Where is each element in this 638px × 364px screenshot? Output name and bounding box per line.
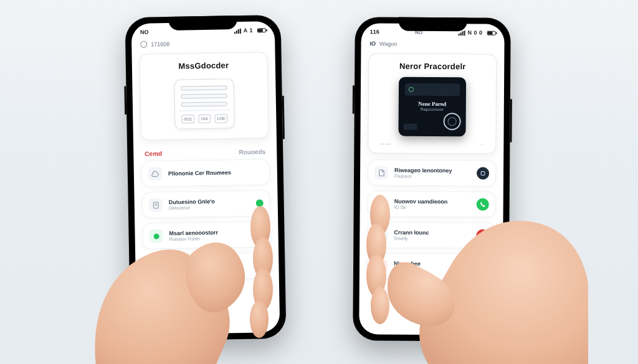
list-item[interactable]: Nuowov uamdieoon IO 58 [368,190,496,217]
stop-button[interactable] [251,228,264,240]
hero-title: MssGdocder [149,60,259,71]
phone-left: NO A 1 171608 MssGdocder 0531 ODI 103 [125,15,286,341]
hero-device-icon: Nene Parod Rapcorsoor [398,77,466,137]
list-item[interactable]: Msarl aenooostorr Rueainv Pontn [142,221,271,250]
status-time: 116 [370,29,379,35]
list-item-text: Nimochee Lamoen [394,260,470,273]
list-item-title: Nuowov uamdieoon [394,198,470,205]
note-icon [149,198,163,212]
screen-right: 116 NO N 0 0 IO Wagoo Neror Pracordelr N… [359,23,504,335]
svg-rect-4 [381,202,382,207]
list-item-text: Dutuesino Gnle'o Delooenol [169,197,250,210]
screen-left: NO A 1 171608 MssGdocder 0531 ODI 103 [131,21,280,335]
form-line [181,85,227,90]
record-button[interactable]: ● [476,230,488,242]
phone-right: 116 NO N 0 0 IO Wagoo Neror Pracordelr N… [353,17,511,342]
hero-card: Neror Pracordelr Nene Parod Rapcorsoor —… [368,53,497,154]
list-item-text: Riweageo Ienontoney Padceol [394,167,470,179]
notch [399,17,467,32]
hero-card: MssGdocder 0531 ODI 103E [140,52,269,141]
status-indicators: A 1 [234,27,266,34]
list-item[interactable]: Pllononie Cer Rnumees [141,159,270,187]
svg-rect-5 [383,201,384,207]
battery-icon [487,31,496,35]
device-top-strip [405,83,460,96]
list-item-sub: Srselly [394,235,470,241]
list-item[interactable]: Crecedorer Grcuebin [143,252,272,281]
hero-foot-left: — — [379,141,391,146]
form-line [181,101,227,106]
doc-icon [374,166,388,179]
form-knob: ODI [198,114,211,123]
list-item-sub: IO 58 [394,204,470,210]
subheader-dot-icon [140,41,147,48]
subheader: 171608 [131,39,275,50]
dot-green-icon [149,229,163,243]
recording-list: Riweageo Ienontoney Padceol Nuowov uamdi… [359,159,503,280]
subheader: IO Wagoo [361,40,504,50]
status-time: NO [140,29,149,35]
device-dial-icon [444,113,461,130]
list-item-title: Riweageo Ienontoney [394,167,470,174]
list-item-sub: Grcuebin [169,266,250,273]
bars-icon [374,197,388,210]
device-label: Nene Parod [405,101,460,108]
hero-title: Neror Pracordelr [378,61,487,71]
subheader-num: IO [369,40,376,47]
accept-button[interactable]: ✓ [476,260,488,273]
dot-red-icon [150,260,163,274]
list-item-sub: Lamoen [394,266,470,273]
list-item-text: Nuowov uamdieoon IO 58 [394,198,470,210]
status-dot-green [256,199,264,207]
list-item-text: Crecedorer Grcuebin [169,259,250,273]
svg-rect-1 [255,231,260,236]
status-right-text: A 1 [244,27,253,34]
list-item-title: Nimochee [394,260,470,267]
hero-form-icon: 0531 ODI 103E [174,78,234,129]
status-right-text: N 0 0 [468,29,483,35]
form-line [181,93,227,98]
hero-footer: — — · · [377,141,487,147]
list-item-text: Msarl aenooostorr Rueainv Pontn [169,228,245,241]
subheader-text: Wagoo [379,40,397,47]
form-knob: 0531 [181,114,194,123]
action-button[interactable] [477,167,489,180]
subheader-text: 171608 [151,40,169,47]
list-item-sub: Padceol [394,173,470,179]
cloud-icon [148,167,162,180]
list-item[interactable]: Dutuesino Gnle'o Delooenol [141,190,270,218]
svg-rect-2 [481,172,485,175]
list-item-sub: Rueainv Pontn [169,235,245,241]
tab-records[interactable]: Rouoeds [239,148,265,156]
list-item-title: Pllononie Cer Rnumees [168,169,263,177]
tab-record[interactable]: Cemd [145,150,162,157]
list-item-text: Pllononie Cer Rnumees [168,169,263,177]
hero-foot-right: · · [480,142,485,147]
status-dot-red [257,261,264,269]
notch [168,16,237,30]
svg-rect-3 [378,203,379,206]
list-item-title: Crrann lounc [394,229,470,236]
list-item[interactable]: Crrann lounc Srselly ● [367,222,495,248]
dot-red-icon [374,259,388,273]
recording-list: Pllononie Cer Rnumees Dutuesino Gnle'o D… [134,159,279,281]
list-item[interactable]: Riweageo Ienontoney Padceol [368,159,496,186]
list-item-text: Crrann lounc Srselly [394,229,470,241]
signal-icon [234,29,242,34]
battery-icon [257,28,266,32]
list-item[interactable]: Nimochee Lamoen ✓ [367,253,495,279]
form-knob-row: 0531 ODI 103E [181,114,227,123]
status-indicators: N 0 0 [459,29,496,35]
signal-icon [459,30,466,35]
list-item-sub: Delooenol [169,203,250,210]
call-button[interactable] [477,198,489,211]
clock-icon [374,228,388,241]
device-chip-icon [404,124,417,130]
form-knob: 103E [215,114,228,123]
